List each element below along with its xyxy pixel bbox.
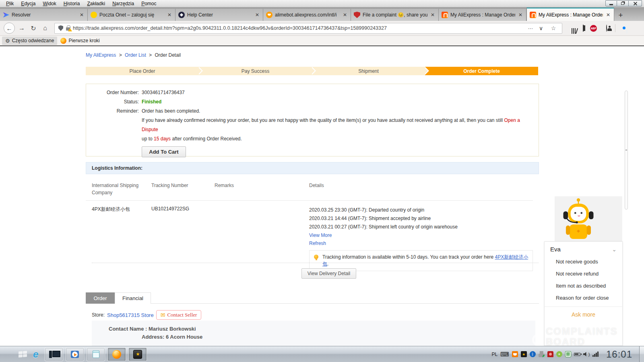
store-link[interactable]: Shop5617315 Store: [107, 312, 154, 318]
tab-close-icon[interactable]: ✕: [79, 12, 85, 18]
url-text[interactable]: https://trade.aliexpress.com/order_detai…: [73, 25, 525, 31]
show-desktop-button[interactable]: [639, 346, 644, 362]
menu-widok[interactable]: Widok: [39, 0, 60, 7]
close-icon: [633, 1, 638, 6]
scrollbar-thumb[interactable]: [625, 90, 628, 210]
tab-close-icon[interactable]: ✕: [342, 12, 348, 18]
eva-robot-mascot[interactable]: [563, 198, 594, 242]
tab-close-icon[interactable]: ✕: [254, 12, 260, 18]
menu-narzedzia[interactable]: Narzędzia: [109, 0, 138, 7]
abp-badge: ABP: [590, 25, 597, 32]
dispute-paragraph: If you have already confirmed receiving …: [142, 116, 534, 144]
account-icon[interactable]: [602, 25, 611, 31]
media-player-icon: [71, 351, 79, 358]
refresh-link[interactable]: Refresh: [309, 239, 533, 247]
bluetooth-icon[interactable]: ᛒ: [530, 351, 536, 357]
menu-plik[interactable]: Plik: [2, 0, 17, 7]
tab-help-center[interactable]: Help Center ✕: [175, 9, 263, 21]
bookmark-label: Pierwsze kroki: [68, 38, 99, 43]
internet-explorer-icon[interactable]: e: [33, 349, 38, 360]
chevron-down-icon[interactable]: ⌄: [612, 246, 617, 253]
language-indicator[interactable]: PL: [491, 352, 497, 357]
reload-button[interactable]: ↻: [29, 25, 38, 32]
sidebar-icon[interactable]: [578, 25, 588, 31]
sidebar-glyph: [583, 25, 584, 32]
usb-icon[interactable]: ✓: [539, 351, 545, 357]
tracking-event: 2020.03.25 23:30 (GMT-7): Departed count…: [309, 206, 533, 214]
spreadsheet-tray-icon[interactable]: [565, 351, 571, 357]
add-to-cart-button[interactable]: Add To Cart: [142, 146, 186, 157]
tab-poczta-onet[interactable]: Poczta Onet – zaloguj się ✕: [88, 9, 175, 21]
tab-close-icon[interactable]: ✕: [430, 12, 436, 18]
tab-aliexpress-orders-1[interactable]: My AliExpress : Manage Orders ✕: [439, 9, 526, 21]
network-signal-icon[interactable]: [592, 352, 599, 357]
firefox-icon: [112, 350, 121, 359]
antivirus-tray-icon[interactable]: +: [556, 351, 562, 357]
taskbar-clock[interactable]: 16:01: [606, 349, 632, 360]
photo-app-tray-icon[interactable]: ★: [521, 351, 527, 357]
page-actions-icon[interactable]: ⋯: [528, 25, 534, 31]
menu-zakladki[interactable]: Zakładki: [83, 0, 109, 7]
adblock-icon[interactable]: ABP: [590, 25, 600, 32]
menu-pomoc[interactable]: Pomoc: [138, 0, 160, 7]
view-more-link[interactable]: View More: [309, 231, 533, 239]
step-place-order: Place Order: [86, 67, 199, 75]
firefox-taskbar-button[interactable]: [107, 348, 126, 361]
tab-order[interactable]: Order: [86, 292, 115, 304]
contact-name: Contact Name : Mariusz Borkowski: [109, 325, 535, 333]
battery-icon[interactable]: [574, 353, 580, 356]
details-cell: 2020.03.25 23:30 (GMT-7): Departed count…: [309, 206, 533, 271]
bookmark-getting-started[interactable]: Pierwsze kroki: [57, 37, 103, 45]
tab-alimebot[interactable]: alimebot.aliexpress.com/intl/i ✕: [263, 9, 351, 21]
tab-close-icon[interactable]: ✕: [605, 12, 611, 18]
home-button[interactable]: ⌂: [40, 25, 50, 32]
alime-tray-icon[interactable]: [512, 351, 518, 357]
eva-item-not-as-described[interactable]: Item not as described: [556, 283, 622, 289]
back-button[interactable]: ←: [4, 23, 15, 34]
bookmark-frequently-visited[interactable]: ⚙ Często odwiedzane: [2, 37, 57, 45]
eva-item-not-receive-refund[interactable]: Not receive refund: [556, 271, 622, 277]
bookmark-star-icon[interactable]: ☆: [549, 25, 558, 31]
minimize-button[interactable]: [605, 0, 617, 6]
media-player-taskbar-button[interactable]: [66, 348, 84, 361]
mixed-content-lock-icon[interactable]: [66, 27, 70, 31]
new-tab-button[interactable]: +: [614, 10, 627, 21]
eva-item-order-close[interactable]: Reason for order close: [556, 295, 622, 301]
notepad-taskbar-button[interactable]: [87, 348, 105, 361]
tab-file-complaint[interactable]: File a complaint 😣, share you ✕: [351, 9, 439, 21]
url-bar[interactable]: https://trade.aliexpress.com/order_detai…: [54, 23, 562, 34]
pocket-icon[interactable]: ∨: [536, 25, 546, 31]
table-divider: [86, 200, 533, 201]
tab-financial[interactable]: Financial: [115, 292, 151, 304]
forward-button[interactable]: →: [17, 25, 27, 32]
restore-button[interactable]: [617, 0, 629, 6]
volume-wave-icon: ): [588, 352, 590, 357]
tab-close-icon[interactable]: ✕: [518, 12, 523, 18]
breadcrumb-my-aliexpress[interactable]: My AliExpress: [86, 52, 116, 58]
view-delivery-detail-button[interactable]: View Delivery Detail: [301, 268, 356, 279]
photo-viewer-taskbar-button[interactable]: ★: [128, 348, 147, 361]
close-window-button[interactable]: [629, 0, 642, 6]
shipping-company-cell: 4PX新邮经济小包: [92, 206, 144, 213]
restore-icon: [621, 2, 624, 5]
menu-edycja[interactable]: Edycja: [17, 0, 39, 7]
firefox-icon: [60, 38, 66, 44]
contact-seller-button[interactable]: ✉ Contact Seller: [156, 310, 202, 320]
order-summary-box: Order Number: 3003461714736437 Status: F…: [86, 84, 539, 156]
notice-period: .: [327, 261, 328, 267]
my-computer-taskbar-button[interactable]: [45, 348, 63, 361]
tracking-protection-icon[interactable]: [58, 25, 63, 31]
volume-icon[interactable]: [583, 352, 588, 357]
tab-resolver[interactable]: Resolver ✕: [0, 9, 88, 21]
tab-close-icon[interactable]: ✕: [167, 12, 172, 18]
eva-item-not-receive-goods[interactable]: Not receive goods: [556, 259, 622, 265]
eva-ask-more-link[interactable]: Ask more: [545, 311, 622, 318]
menu-historia[interactable]: Historia: [60, 0, 84, 7]
keyboard-icon[interactable]: ⌨: [500, 351, 509, 358]
alarm-tray-icon[interactable]: [547, 351, 553, 357]
tracking-number-cell: UB102149722SG: [151, 206, 212, 212]
breadcrumb-separator: >: [149, 52, 152, 58]
tab-aliexpress-orders-active[interactable]: My AliExpress : Manage Orders ✕: [526, 8, 614, 21]
breadcrumb-order-list[interactable]: Order List: [125, 52, 146, 58]
start-button[interactable]: [19, 351, 27, 358]
